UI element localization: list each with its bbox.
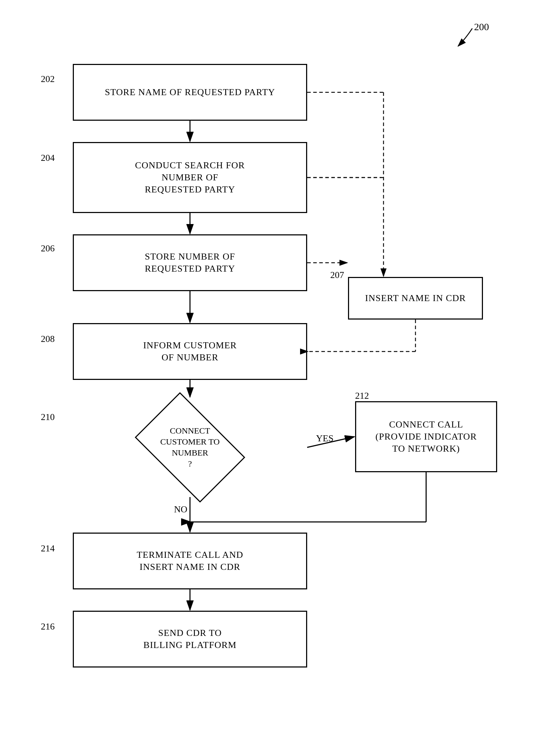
ref-label-208: 208 (41, 334, 55, 344)
box-store-number: STORE NUMBER OFREQUESTED PARTY (73, 234, 307, 291)
ref-label-202: 202 (41, 74, 55, 85)
ref-label-206: 206 (41, 243, 55, 254)
ref-label-207: 207 (330, 270, 344, 280)
yes-label: YES (316, 433, 333, 444)
diagram-container: 200 202 STORE NAME OF REQUESTED PARTY 20… (0, 0, 560, 741)
box-insert-name-cdr: INSERT NAME IN CDR (348, 277, 483, 320)
box-store-name: STORE NAME OF REQUESTED PARTY (73, 64, 307, 121)
ref-label-204: 204 (41, 153, 55, 163)
ref-label-210: 210 (41, 412, 55, 423)
box-inform-customer: INFORM CUSTOMEROF NUMBER (73, 323, 307, 380)
box-connect-call: CONNECT CALL(PROVIDE INDICATORTO NETWORK… (355, 401, 497, 472)
box-terminate-call: TERMINATE CALL ANDINSERT NAME IN CDR (73, 533, 307, 589)
ref-label-212: 212 (355, 391, 369, 401)
box-send-cdr: SEND CDR TOBILLING PLATFORM (73, 611, 307, 668)
no-label: NO (174, 504, 187, 515)
diamond-connect-customer: CONNECTCUSTOMER TO NUMBER? (73, 398, 307, 497)
ref-label-214: 214 (41, 543, 55, 554)
ref-label-200: 200 (474, 21, 489, 33)
ref-label-216: 216 (41, 621, 55, 632)
box-conduct-search: CONDUCT SEARCH FORNUMBER OFREQUESTED PAR… (73, 142, 307, 213)
